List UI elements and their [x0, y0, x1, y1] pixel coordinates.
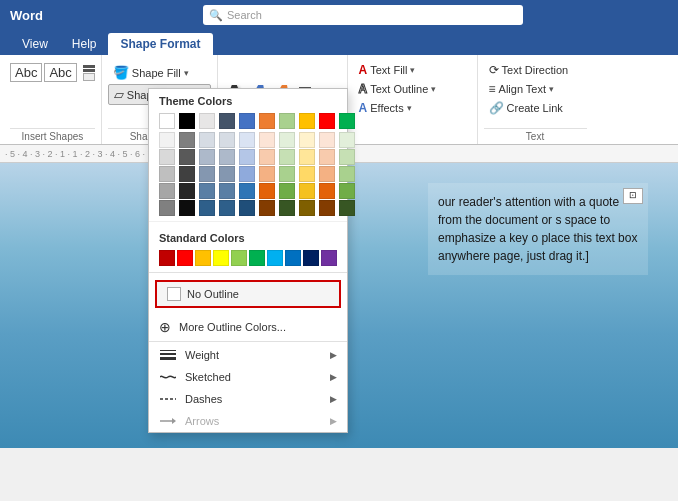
shade-swatch[interactable] — [159, 132, 175, 148]
shade-swatch[interactable] — [319, 166, 335, 182]
shade-swatch[interactable] — [159, 166, 175, 182]
shade-swatch[interactable] — [179, 166, 195, 182]
shade-swatch[interactable] — [219, 183, 235, 199]
shade-swatch[interactable] — [259, 166, 275, 182]
shade-swatch[interactable] — [339, 200, 355, 216]
sketched-item[interactable]: Sketched ▶ — [149, 366, 347, 388]
text-effects-arrow: ▾ — [407, 103, 412, 113]
shade-swatch[interactable] — [339, 149, 355, 165]
text-direction-section: ⟳ Text Direction ≡ Align Text ▾ 🔗 Create… — [478, 55, 593, 144]
standard-color-swatch[interactable] — [285, 250, 301, 266]
shade-swatch[interactable] — [299, 183, 315, 199]
abc-style-1[interactable]: Abc — [10, 63, 42, 82]
theme-color-swatch[interactable] — [179, 113, 195, 129]
shade-swatch[interactable] — [199, 149, 215, 165]
standard-color-swatch[interactable] — [249, 250, 265, 266]
theme-color-swatch[interactable] — [339, 113, 355, 129]
shade-row — [159, 200, 337, 216]
scroll-down[interactable] — [83, 69, 95, 72]
shade-swatch[interactable] — [159, 149, 175, 165]
standard-color-swatch[interactable] — [321, 250, 337, 266]
shade-swatch[interactable] — [319, 183, 335, 199]
shade-swatch[interactable] — [179, 132, 195, 148]
shade-swatch[interactable] — [279, 149, 295, 165]
shade-swatch[interactable] — [159, 200, 175, 216]
theme-color-swatch[interactable] — [319, 113, 335, 129]
more-outline-colors-item[interactable]: ⊕ More Outline Colors... — [149, 315, 347, 339]
shade-swatch[interactable] — [179, 200, 195, 216]
shade-swatch[interactable] — [179, 183, 195, 199]
search-box[interactable]: 🔍 Search — [203, 5, 523, 25]
shade-swatch[interactable] — [199, 183, 215, 199]
tab-view[interactable]: View — [10, 33, 60, 55]
theme-color-swatch[interactable] — [259, 113, 275, 129]
abc-style-2[interactable]: Abc — [44, 63, 76, 82]
theme-color-swatch[interactable] — [299, 113, 315, 129]
tab-help[interactable]: Help — [60, 33, 109, 55]
dashes-arrow: ▶ — [330, 394, 337, 404]
shape-fill-icon: 🪣 — [113, 65, 129, 80]
shade-swatch[interactable] — [219, 149, 235, 165]
tab-shape-format[interactable]: Shape Format — [108, 33, 212, 55]
shade-swatch[interactable] — [339, 132, 355, 148]
no-outline-btn[interactable]: No Outline — [155, 280, 341, 308]
standard-color-swatch[interactable] — [267, 250, 283, 266]
shade-swatch[interactable] — [299, 132, 315, 148]
text-direction-btn[interactable]: ⟳ Text Direction — [484, 61, 574, 79]
shade-swatch[interactable] — [199, 132, 215, 148]
shade-swatch[interactable] — [259, 183, 275, 199]
shade-swatch[interactable] — [239, 166, 255, 182]
text-fill-icon: A — [359, 63, 368, 77]
shade-swatch[interactable] — [279, 200, 295, 216]
theme-color-swatch[interactable] — [279, 113, 295, 129]
scroll-expand[interactable] — [83, 73, 95, 81]
theme-color-swatch[interactable] — [159, 113, 175, 129]
shade-swatch[interactable] — [299, 166, 315, 182]
shade-swatch[interactable] — [219, 132, 235, 148]
weight-item[interactable]: Weight ▶ — [149, 344, 347, 366]
standard-color-swatch[interactable] — [231, 250, 247, 266]
shade-swatch[interactable] — [239, 183, 255, 199]
scroll-up[interactable] — [83, 65, 95, 68]
shade-swatch[interactable] — [159, 183, 175, 199]
standard-color-swatch[interactable] — [213, 250, 229, 266]
shade-swatch[interactable] — [339, 183, 355, 199]
standard-color-swatch[interactable] — [303, 250, 319, 266]
shade-swatch[interactable] — [259, 132, 275, 148]
shade-swatch[interactable] — [179, 149, 195, 165]
shape-fill-btn[interactable]: 🪣 Shape Fill ▾ — [108, 63, 194, 82]
shade-swatch[interactable] — [239, 149, 255, 165]
theme-color-swatch[interactable] — [219, 113, 235, 129]
shade-swatch[interactable] — [199, 166, 215, 182]
shade-swatch[interactable] — [299, 149, 315, 165]
shade-swatch[interactable] — [279, 166, 295, 182]
text-box-handle[interactable]: ⊡ — [623, 188, 643, 204]
shade-swatch[interactable] — [239, 132, 255, 148]
shade-swatch[interactable] — [319, 149, 335, 165]
text-box[interactable]: ⊡ our reader's attention with a quote fr… — [428, 183, 648, 275]
shade-swatch[interactable] — [319, 200, 335, 216]
text-fill-btn[interactable]: A Text Fill ▾ — [354, 61, 421, 79]
shade-swatch[interactable] — [319, 132, 335, 148]
create-link-btn[interactable]: 🔗 Create Link — [484, 99, 568, 117]
standard-color-swatch[interactable] — [159, 250, 175, 266]
theme-color-swatch[interactable] — [199, 113, 215, 129]
standard-color-swatch[interactable] — [195, 250, 211, 266]
text-effects-btn[interactable]: A Effects ▾ — [354, 99, 417, 117]
dashes-item[interactable]: Dashes ▶ — [149, 388, 347, 410]
standard-color-swatch[interactable] — [177, 250, 193, 266]
shade-swatch[interactable] — [219, 166, 235, 182]
align-text-btn[interactable]: ≡ Align Text ▾ — [484, 80, 560, 98]
shade-swatch[interactable] — [279, 183, 295, 199]
shade-swatch[interactable] — [259, 200, 275, 216]
shade-swatch[interactable] — [199, 200, 215, 216]
shade-swatch[interactable] — [279, 132, 295, 148]
shade-swatch[interactable] — [219, 200, 235, 216]
shade-swatch[interactable] — [339, 166, 355, 182]
arrows-item[interactable]: Arrows ▶ — [149, 410, 347, 432]
theme-color-swatch[interactable] — [239, 113, 255, 129]
text-outline-btn[interactable]: A Text Outline ▾ — [354, 80, 442, 98]
shade-swatch[interactable] — [259, 149, 275, 165]
shade-swatch[interactable] — [299, 200, 315, 216]
shade-swatch[interactable] — [239, 200, 255, 216]
